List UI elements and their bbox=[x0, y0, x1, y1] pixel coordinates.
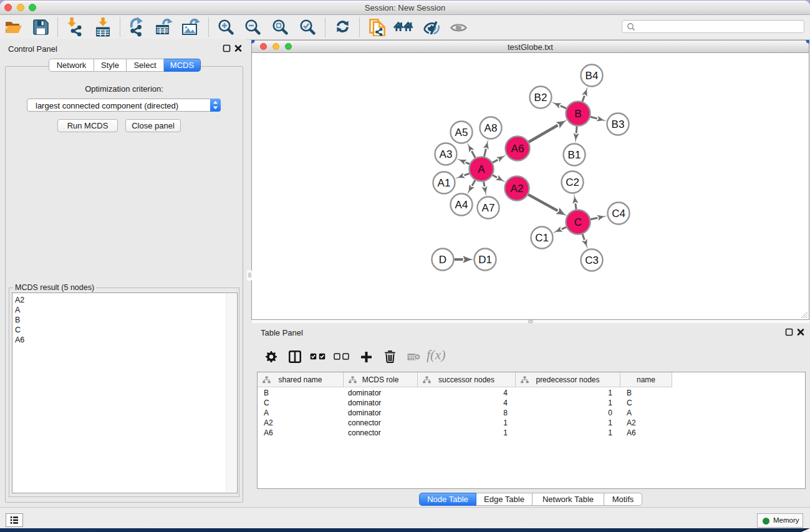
svg-text:C: C bbox=[574, 216, 582, 228]
svg-text:C2: C2 bbox=[566, 177, 579, 188]
svg-text:A7: A7 bbox=[482, 202, 495, 214]
svg-text:D1: D1 bbox=[478, 254, 492, 266]
svg-text:A2: A2 bbox=[511, 183, 524, 195]
svg-text:A8: A8 bbox=[485, 122, 498, 134]
svg-text:D: D bbox=[439, 254, 446, 266]
svg-text:A5: A5 bbox=[455, 127, 468, 138]
svg-text:C3: C3 bbox=[585, 254, 599, 266]
svg-text:C4: C4 bbox=[612, 208, 625, 220]
svg-text:A3: A3 bbox=[440, 148, 453, 160]
svg-text:C1: C1 bbox=[535, 232, 549, 244]
svg-text:A: A bbox=[478, 163, 485, 175]
svg-text:A6: A6 bbox=[511, 143, 524, 155]
svg-text:B3: B3 bbox=[612, 118, 625, 130]
svg-text:B1: B1 bbox=[568, 149, 581, 161]
svg-text:B2: B2 bbox=[534, 92, 547, 104]
svg-text:A4: A4 bbox=[455, 199, 468, 211]
svg-text:B: B bbox=[574, 108, 581, 120]
svg-text:A1: A1 bbox=[438, 177, 451, 189]
svg-text:B4: B4 bbox=[586, 70, 599, 82]
